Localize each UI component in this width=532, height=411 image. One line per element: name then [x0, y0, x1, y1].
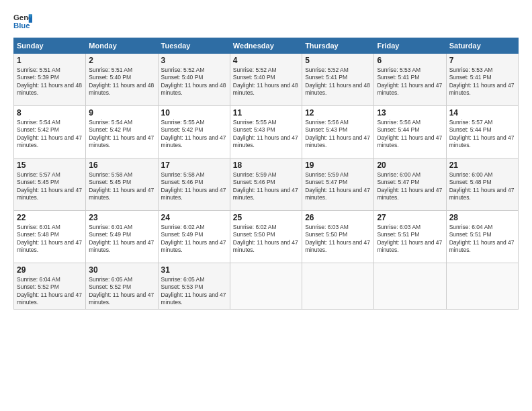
day-info: Sunrise: 6:02 AMSunset: 5:50 PMDaylight:…: [233, 224, 299, 255]
weekday-header-row: SundayMondayTuesdayWednesdayThursdayFrid…: [14, 38, 519, 54]
day-number: 27: [377, 213, 443, 222]
day-info: Sunrise: 5:53 AMSunset: 5:41 PMDaylight:…: [449, 66, 515, 97]
day-info: Sunrise: 6:00 AMSunset: 5:48 PMDaylight:…: [449, 171, 515, 202]
day-info: Sunrise: 5:57 AMSunset: 5:45 PMDaylight:…: [17, 171, 83, 202]
week-row-5: 29Sunrise: 6:04 AMSunset: 5:52 PMDayligh…: [14, 263, 519, 310]
calendar-cell: 25Sunrise: 6:02 AMSunset: 5:50 PMDayligh…: [230, 211, 302, 263]
weekday-header-thursday: Thursday: [302, 38, 374, 54]
day-info: Sunrise: 5:52 AMSunset: 5:40 PMDaylight:…: [233, 66, 299, 97]
calendar-cell: [374, 263, 446, 310]
day-info: Sunrise: 5:51 AMSunset: 5:39 PMDaylight:…: [17, 66, 83, 97]
logo-icon: General Blue: [13, 12, 32, 31]
calendar-cell: 28Sunrise: 6:04 AMSunset: 5:51 PMDayligh…: [446, 211, 518, 263]
calendar-cell: 12Sunrise: 5:56 AMSunset: 5:43 PMDayligh…: [302, 106, 374, 158]
calendar-cell: 21Sunrise: 6:00 AMSunset: 5:48 PMDayligh…: [446, 158, 518, 211]
day-number: 6: [377, 56, 443, 65]
calendar-cell: 27Sunrise: 6:03 AMSunset: 5:51 PMDayligh…: [374, 211, 446, 263]
day-number: 20: [377, 161, 443, 170]
day-info: Sunrise: 5:53 AMSunset: 5:41 PMDaylight:…: [377, 66, 443, 97]
calendar-cell: 2Sunrise: 5:51 AMSunset: 5:40 PMDaylight…: [86, 54, 158, 106]
day-number: 4: [233, 56, 299, 65]
page: General Blue SundayMondayTuesdayWednesda…: [0, 0, 532, 411]
calendar-cell: 4Sunrise: 5:52 AMSunset: 5:40 PMDaylight…: [230, 54, 302, 106]
day-info: Sunrise: 5:54 AMSunset: 5:42 PMDaylight:…: [89, 119, 154, 150]
day-info: Sunrise: 5:56 AMSunset: 5:44 PMDaylight:…: [377, 119, 443, 150]
day-info: Sunrise: 6:04 AMSunset: 5:51 PMDaylight:…: [449, 224, 515, 255]
weekday-header-friday: Friday: [374, 38, 446, 54]
calendar-cell: 26Sunrise: 6:03 AMSunset: 5:50 PMDayligh…: [302, 211, 374, 263]
calendar-cell: 19Sunrise: 5:59 AMSunset: 5:47 PMDayligh…: [302, 158, 374, 211]
day-number: 13: [377, 108, 443, 118]
day-number: 11: [233, 108, 299, 118]
calendar-table: SundayMondayTuesdayWednesdayThursdayFrid…: [13, 38, 519, 310]
day-info: Sunrise: 6:01 AMSunset: 5:48 PMDaylight:…: [17, 224, 83, 255]
day-number: 1: [17, 56, 83, 65]
day-info: Sunrise: 5:57 AMSunset: 5:44 PMDaylight:…: [449, 119, 515, 150]
day-number: 16: [89, 161, 154, 170]
calendar-cell: 5Sunrise: 5:52 AMSunset: 5:41 PMDaylight…: [302, 54, 374, 106]
day-info: Sunrise: 5:51 AMSunset: 5:40 PMDaylight:…: [89, 66, 154, 97]
calendar-cell: 8Sunrise: 5:54 AMSunset: 5:42 PMDaylight…: [14, 106, 86, 158]
svg-text:Blue: Blue: [13, 21, 30, 30]
header: General Blue: [13, 12, 519, 31]
day-info: Sunrise: 6:03 AMSunset: 5:51 PMDaylight:…: [377, 224, 443, 255]
calendar-cell: 1Sunrise: 5:51 AMSunset: 5:39 PMDaylight…: [14, 54, 86, 106]
day-number: 19: [305, 161, 371, 170]
day-info: Sunrise: 6:00 AMSunset: 5:47 PMDaylight:…: [377, 171, 443, 202]
calendar-cell: 18Sunrise: 5:59 AMSunset: 5:46 PMDayligh…: [230, 158, 302, 211]
calendar-cell: 7Sunrise: 5:53 AMSunset: 5:41 PMDaylight…: [446, 54, 518, 106]
day-info: Sunrise: 6:05 AMSunset: 5:52 PMDaylight:…: [89, 276, 154, 307]
day-number: 10: [161, 108, 227, 118]
day-number: 3: [161, 56, 227, 65]
day-number: 23: [89, 213, 154, 222]
calendar-cell: 30Sunrise: 6:05 AMSunset: 5:52 PMDayligh…: [86, 263, 158, 310]
calendar-cell: 23Sunrise: 6:01 AMSunset: 5:49 PMDayligh…: [86, 211, 158, 263]
day-info: Sunrise: 5:52 AMSunset: 5:40 PMDaylight:…: [161, 66, 227, 97]
calendar-cell: 16Sunrise: 5:58 AMSunset: 5:45 PMDayligh…: [86, 158, 158, 211]
day-info: Sunrise: 5:55 AMSunset: 5:42 PMDaylight:…: [161, 119, 227, 150]
day-info: Sunrise: 5:55 AMSunset: 5:43 PMDaylight:…: [233, 119, 299, 150]
day-number: 15: [17, 161, 83, 170]
calendar-cell: 29Sunrise: 6:04 AMSunset: 5:52 PMDayligh…: [14, 263, 86, 310]
day-info: Sunrise: 6:02 AMSunset: 5:49 PMDaylight:…: [161, 224, 227, 255]
day-number: 29: [17, 265, 83, 275]
calendar-cell: 9Sunrise: 5:54 AMSunset: 5:42 PMDaylight…: [86, 106, 158, 158]
day-number: 12: [305, 108, 371, 118]
calendar-cell: 13Sunrise: 5:56 AMSunset: 5:44 PMDayligh…: [374, 106, 446, 158]
calendar-cell: [446, 263, 518, 310]
calendar-cell: 14Sunrise: 5:57 AMSunset: 5:44 PMDayligh…: [446, 106, 518, 158]
day-info: Sunrise: 5:54 AMSunset: 5:42 PMDaylight:…: [17, 119, 83, 150]
logo: General Blue: [13, 12, 32, 31]
calendar-cell: [302, 263, 374, 310]
day-info: Sunrise: 6:04 AMSunset: 5:52 PMDaylight:…: [17, 276, 83, 307]
day-info: Sunrise: 5:56 AMSunset: 5:43 PMDaylight:…: [305, 119, 371, 150]
day-number: 7: [449, 56, 515, 65]
day-number: 22: [17, 213, 83, 222]
day-info: Sunrise: 6:05 AMSunset: 5:53 PMDaylight:…: [161, 276, 227, 307]
day-info: Sunrise: 5:59 AMSunset: 5:47 PMDaylight:…: [305, 171, 371, 202]
weekday-header-saturday: Saturday: [446, 38, 518, 54]
calendar-cell: 6Sunrise: 5:53 AMSunset: 5:41 PMDaylight…: [374, 54, 446, 106]
day-info: Sunrise: 5:59 AMSunset: 5:46 PMDaylight:…: [233, 171, 299, 202]
weekday-header-monday: Monday: [86, 38, 158, 54]
day-number: 2: [89, 56, 154, 65]
calendar-cell: 15Sunrise: 5:57 AMSunset: 5:45 PMDayligh…: [14, 158, 86, 211]
day-number: 17: [161, 161, 227, 170]
day-number: 8: [17, 108, 83, 118]
day-number: 18: [233, 161, 299, 170]
week-row-2: 8Sunrise: 5:54 AMSunset: 5:42 PMDaylight…: [14, 106, 519, 158]
weekday-header-sunday: Sunday: [14, 38, 86, 54]
day-number: 14: [449, 108, 515, 118]
calendar-cell: 17Sunrise: 5:58 AMSunset: 5:46 PMDayligh…: [158, 158, 230, 211]
calendar-cell: [230, 263, 302, 310]
week-row-3: 15Sunrise: 5:57 AMSunset: 5:45 PMDayligh…: [14, 158, 519, 211]
calendar-cell: 20Sunrise: 6:00 AMSunset: 5:47 PMDayligh…: [374, 158, 446, 211]
week-row-1: 1Sunrise: 5:51 AMSunset: 5:39 PMDaylight…: [14, 54, 519, 106]
calendar-cell: 11Sunrise: 5:55 AMSunset: 5:43 PMDayligh…: [230, 106, 302, 158]
calendar-cell: 22Sunrise: 6:01 AMSunset: 5:48 PMDayligh…: [14, 211, 86, 263]
day-number: 30: [89, 265, 154, 275]
week-row-4: 22Sunrise: 6:01 AMSunset: 5:48 PMDayligh…: [14, 211, 519, 263]
day-number: 31: [161, 265, 227, 275]
day-number: 26: [305, 213, 371, 222]
day-info: Sunrise: 6:01 AMSunset: 5:49 PMDaylight:…: [89, 224, 154, 255]
